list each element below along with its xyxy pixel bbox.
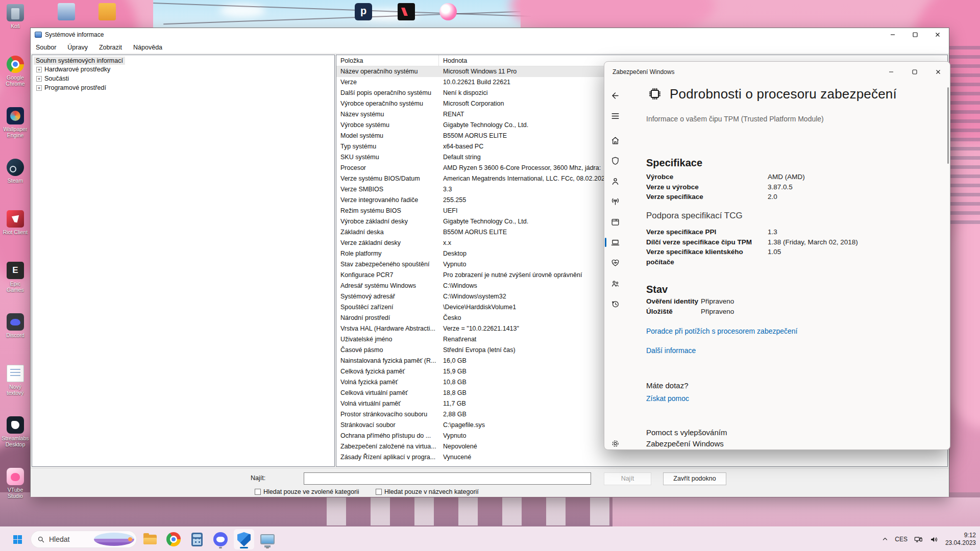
menu-zobrazit[interactable]: Zobrazit [99,44,122,51]
desktop-icon-trash[interactable]: Koš [1,4,30,29]
search-highlight-image[interactable] [94,533,135,546]
back-arrow-icon[interactable] [604,86,626,105]
volume-icon[interactable] [929,535,939,544]
discord-icon [7,313,24,331]
firewall-network-icon[interactable] [604,192,626,211]
tree-item-software[interactable]: + Programové prostředí [32,83,334,92]
desktop-shortcut-prime[interactable] [349,3,378,20]
kv-row: VýrobceAMD (AMD) [646,172,805,182]
menu-soubor[interactable]: Soubor [36,44,56,51]
desktop-icon-text[interactable]: Nový textový dokument [1,365,30,396]
start-button[interactable] [7,529,28,549]
item-cell: Stránkovací soubor [336,420,439,431]
clock[interactable]: 9:12 23.04.2023 [945,532,976,547]
tree-item-hardware[interactable]: + Hardwarové prostředky [32,65,334,74]
desktop-shortcut-pink[interactable] [434,3,462,20]
taskbar-chrome[interactable] [163,529,184,549]
item-cell: Prostor stránkovacího souboru [336,409,439,420]
item-cell: Výrobce operačního systému [336,98,439,109]
minimize-button[interactable] [879,62,903,82]
find-input[interactable] [304,472,591,485]
expand-icon[interactable]: + [36,76,42,82]
item-cell: Název systému [336,109,439,120]
desktop-icon-steam[interactable]: Steam [1,159,30,184]
checkbox-selected-category[interactable]: Hledat pouze ve zvolené kategorii [255,488,359,495]
desktop-icon-slabs[interactable]: Streamlabs Desktop [1,416,30,447]
menu-icon[interactable] [604,107,626,125]
steam-icon [7,159,24,176]
expand-icon[interactable]: + [36,85,42,91]
desktop-icon-vtube[interactable]: VTube Studio [1,468,30,499]
home-icon[interactable] [604,131,626,149]
device-security-laptop-icon[interactable] [604,233,626,252]
settings-gear-icon[interactable] [604,434,626,450]
kv-label: Úložiště [646,307,701,317]
troubleshoot-link[interactable]: Poradce při potížích s procesorem zabezp… [646,327,798,335]
taskbar-windows-security[interactable] [234,529,254,549]
taskbar-discord[interactable] [210,529,231,549]
spec-rows: VýrobceAMD (AMD)Verze u výrobce3.87.0.5V… [646,172,805,202]
close-button[interactable] [926,28,949,41]
desktop-shortcut-folder2[interactable] [93,3,121,20]
desktop-shortcut-pc[interactable] [52,3,81,20]
item-cell: Název operačního systému [336,66,439,77]
more-info-link[interactable]: Další informace [646,346,696,355]
desktop-icon-discord[interactable]: Discord [1,313,30,338]
windows-security-window: Zabezpečení Windows [604,61,950,450]
kv-label: Ověření identity [646,296,701,307]
desktop-icon-label: Wallpaper Engine [1,126,30,138]
menubar: Soubor Úpravy Zobrazit Nápověda [31,41,949,54]
desktop-icon-epic[interactable]: Epic Games Launcher [1,262,30,293]
virus-protection-shield-icon[interactable] [604,152,626,170]
device-performance-health-icon[interactable] [604,254,626,272]
menu-upravy[interactable]: Úpravy [67,44,88,51]
tree-item-summary[interactable]: Souhrn systémových informací [34,57,125,65]
desktop-icon-wall[interactable]: Wallpaper Engine [1,107,30,138]
app-browser-control-icon[interactable] [604,213,626,231]
taskbar-system-information[interactable] [257,529,278,549]
item-cell: Výrobce systému [336,120,439,131]
table-row[interactable]: Zásady Řízení aplikací v progra...Vynuce… [336,452,947,463]
scrollbar[interactable] [947,87,949,164]
sysinfo-app-icon [35,32,42,38]
item-cell: Verze [336,77,439,88]
kv-value: AMD (AMD) [768,172,805,182]
item-cell: Zásady Řízení aplikací v progra... [336,452,439,463]
checkbox-icon[interactable] [376,489,382,495]
language-indicator[interactable]: CES [895,536,908,543]
item-cell: Celková fyzická paměť [336,366,439,377]
maximize-button[interactable] [904,28,926,41]
network-icon[interactable] [914,535,923,544]
close-button[interactable] [926,62,950,82]
item-cell: Konfigurace PCR7 [336,270,439,281]
desktop-icon-chrome[interactable]: Google Chrome [1,56,30,87]
windows-logo-icon [13,535,22,544]
sysinfo-titlebar[interactable]: Systémové informace [31,28,949,41]
expand-icon[interactable]: + [36,67,42,72]
protection-history-icon[interactable] [604,294,626,313]
epic-icon [7,262,24,279]
security-titlebar[interactable]: Zabezpečení Windows [604,62,950,82]
get-help-link[interactable]: Získat pomoc [646,394,689,403]
family-options-icon[interactable] [604,274,626,292]
menu-napoveda[interactable]: Nápověda [133,44,162,51]
column-polozka[interactable]: Položka [336,55,439,66]
checkbox-category-names[interactable]: Hledat pouze v názvech kategorií [376,488,479,495]
find-button[interactable]: Najít [604,472,651,485]
taskbar-file-explorer[interactable] [140,529,160,549]
maximize-button[interactable] [903,62,926,82]
tree-item-components[interactable]: + Součásti [32,74,334,83]
kv-row: Verze specifikace2.0 [646,192,805,202]
checkbox-icon[interactable] [255,489,261,495]
desktop-icon-riot[interactable]: Riot Client [1,210,30,235]
search-box[interactable]: Hledat [31,531,137,548]
account-protection-person-icon[interactable] [604,172,626,190]
date: 23.04.2023 [945,539,976,547]
taskbar-calculator[interactable] [187,529,207,549]
minimize-button[interactable] [881,28,904,41]
close-pane-button[interactable]: Zavřít podokno [663,472,726,485]
desktop-shortcut-valorant[interactable] [392,3,421,20]
item-cell: Typ systému [336,141,439,152]
hidden-icons-chevron[interactable] [881,536,889,543]
security-content: Podrobnosti o procesoru zabezpečení Info… [626,82,950,449]
